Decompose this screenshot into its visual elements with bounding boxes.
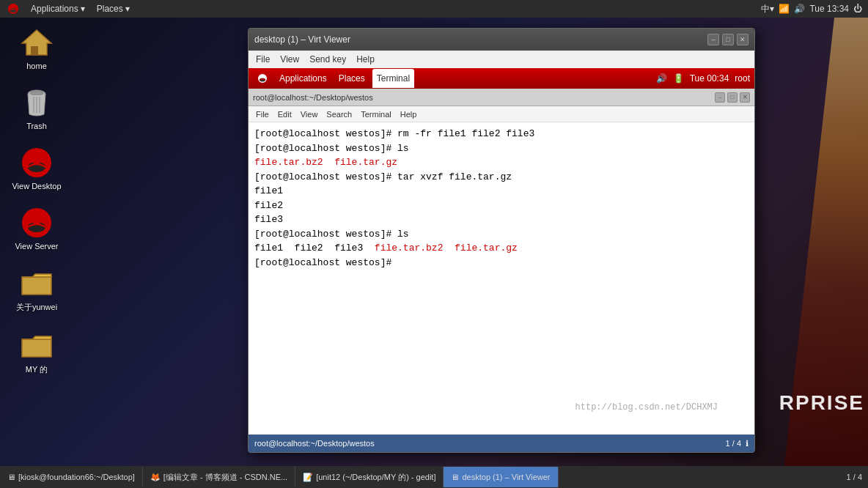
inner-status-info-icon[interactable]: ℹ [746,439,749,448]
redhat-logo-icon[interactable] [3,0,23,18]
taskbar-bottom-right: 1 / 4 [847,473,868,481]
taskbar-item-virt-icon: 🖥 [451,473,459,481]
maximize-button[interactable]: □ [722,34,734,45]
view-server-icon[interactable]: View Server [7,202,66,254]
terminal-close-btn[interactable]: ✕ [740,92,750,103]
my-folder-label: MY 的 [26,364,48,375]
terminal-menubar: File Edit View Search Terminal Help [249,106,754,122]
terminal-line-10: [root@localhost westos]# [254,256,749,270]
taskbar-item-gedit[interactable]: 📝 [unit12 (~/Desktop/MY 的) - gedit] [295,467,444,487]
taskbar-item-browser-label: [编辑文章 - 博客频道 - CSDN.NE... [163,472,287,483]
terminal-line-4: [root@localhost westos]# tar xvzf file.t… [254,170,749,185]
trash-icon[interactable]: Trash [7,82,66,133]
terminal-window: root@localhost:~/Desktop/westos – □ ✕ Fi… [249,89,754,435]
terminal-menu-view[interactable]: View [296,107,323,122]
inner-status-page: 1 / 4 [726,439,741,448]
terminal-menu-edit[interactable]: Edit [273,107,296,122]
virt-window-controls: – □ ✕ [707,34,749,45]
svg-point-14 [32,218,41,224]
yunwei-folder-icon [19,265,54,300]
terminal-minimize-btn[interactable]: – [715,92,725,103]
terminal-menu-search[interactable]: Search [322,107,356,122]
taskbar-top-right: 中▾ 📶 🔊 Tue 13:34 ⏻ [761,3,868,15]
inner-clock: Tue 00:34 [690,73,729,84]
places-menu[interactable]: Places ▾ [92,0,134,18]
inner-terminal-menu[interactable]: Terminal [372,69,414,88]
virt-titlebar: desktop (1) – Virt Viewer – □ ✕ [249,29,754,51]
terminal-line-8: [root@localhost westos]# ls [254,227,749,242]
svg-point-11 [32,158,41,164]
deco-text: RPRISE [779,391,864,415]
view-server-label: View Server [15,242,58,251]
inner-appbar: Applications Places Terminal 🔊 🔋 Tue 00:… [249,68,754,89]
inner-status-bar: root@localhost:~/Desktop/westos 1 / 4 ℹ [249,435,754,452]
terminal-line-7: file3 [254,212,749,227]
view-desktop-icon[interactable]: View Desktop [7,142,66,193]
my-folder-img [19,328,54,363]
inner-battery-icon: 🔋 [673,73,684,84]
virt-menu-sendkey[interactable]: Send key [305,51,350,67]
terminal-menu-file[interactable]: File [251,107,273,122]
terminal-title: root@localhost:~/Desktop/westos [253,93,373,102]
virt-menubar: File View Send key Help [249,51,754,68]
inner-volume-icon: 🔊 [656,73,667,84]
taskbar-item-browser-icon: 🦊 [150,473,161,482]
minimize-button[interactable]: – [707,34,719,45]
terminal-menu-help[interactable]: Help [396,107,422,122]
inner-appbar-right: 🔊 🔋 Tue 00:34 root [656,73,750,84]
taskbar-item-desktop[interactable]: 🖥 [kiosk@foundation66:~/Desktop] [0,467,143,487]
my-folder-icon[interactable]: MY 的 [7,325,66,378]
home-icon-label: home [26,62,47,70]
svg-rect-8 [31,92,43,95]
inner-applications-menu[interactable]: Applications [275,69,331,88]
terminal-window-buttons: – □ ✕ [715,92,750,103]
power-icon: ⏻ [853,4,862,14]
about-yunwei-icon[interactable]: 关于yunwei [7,262,66,316]
redhat-server-icon [19,205,54,240]
desktop: Applications ▾ Places ▾ 中▾ 📶 🔊 Tue 13:34… [0,0,868,488]
inner-places-menu[interactable]: Places [334,69,369,88]
taskbar-bottom: 🖥 [kiosk@foundation66:~/Desktop] 🦊 [编辑文章… [0,466,868,488]
terminal-menu-terminal[interactable]: Terminal [356,107,396,122]
redhat-desktop-icon [19,145,54,180]
taskbar-item-desktop-icon: 🖥 [7,473,15,481]
terminal-titlebar: root@localhost:~/Desktop/westos – □ ✕ [249,89,754,106]
volume-icon: 🔊 [794,4,805,14]
desktop-icons: home Trash [7,22,66,378]
taskbar-page-indicator: 1 / 4 [847,473,862,481]
taskbar-item-desktop-label: [kiosk@foundation66:~/Desktop] [18,473,135,481]
view-desktop-label: View Desktop [12,182,61,191]
taskbar-item-virt-label: desktop (1) – Virt Viewer [462,473,550,481]
terminal-line-3: file.tar.bz2 file.tar.gz [254,155,749,170]
taskbar-item-gedit-label: [unit12 (~/Desktop/MY 的) - gedit] [316,472,435,483]
inner-status-terminal-label: root@localhost:~/Desktop/westos [254,439,375,448]
virt-menu-help[interactable]: Help [352,51,379,67]
input-method-indicator[interactable]: 中▾ [761,3,774,15]
terminal-body[interactable]: [root@localhost westos]# rm -fr file1 fi… [249,122,754,435]
virt-menu-view[interactable]: View [276,51,304,67]
virt-viewer-window: desktop (1) – Virt Viewer – □ ✕ File Vie… [248,28,755,453]
applications-menu[interactable]: Applications ▾ [26,0,89,18]
inner-appbar-left: Applications Places Terminal [253,69,414,88]
taskbar-item-browser[interactable]: 🦊 [编辑文章 - 博客频道 - CSDN.NE... [143,467,295,487]
svg-rect-3 [31,46,38,55]
terminal-line-5: file1 [254,184,749,199]
about-yunwei-label: 关于yunwei [16,302,57,313]
inner-user: root [735,73,750,84]
terminal-watermark: http://blog.csdn.net/DCHXMJ [575,402,718,413]
virt-menu-file[interactable]: File [251,51,274,67]
close-button[interactable]: ✕ [737,34,749,45]
home-icon[interactable]: home [7,22,66,73]
terminal-line-6: file2 [254,199,749,213]
terminal-maximize-btn[interactable]: □ [727,92,738,103]
terminal-line-9: file1 file2 file3 file.tar.bz2 file.tar.… [254,241,749,256]
trash-can-icon [19,85,54,120]
home-folder-icon [19,25,54,60]
clock: Tue 13:34 [809,4,849,14]
taskbar-item-virt[interactable]: 🖥 desktop (1) – Virt Viewer [444,467,558,487]
inner-redhat-icon[interactable] [253,69,272,88]
virt-titlebar-title: desktop (1) – Virt Viewer [254,34,350,45]
taskbar-top: Applications ▾ Places ▾ 中▾ 📶 🔊 Tue 13:34… [0,0,868,18]
trash-icon-label: Trash [26,122,47,130]
terminal-line-1: [root@localhost westos]# rm -fr file1 fi… [254,127,749,141]
